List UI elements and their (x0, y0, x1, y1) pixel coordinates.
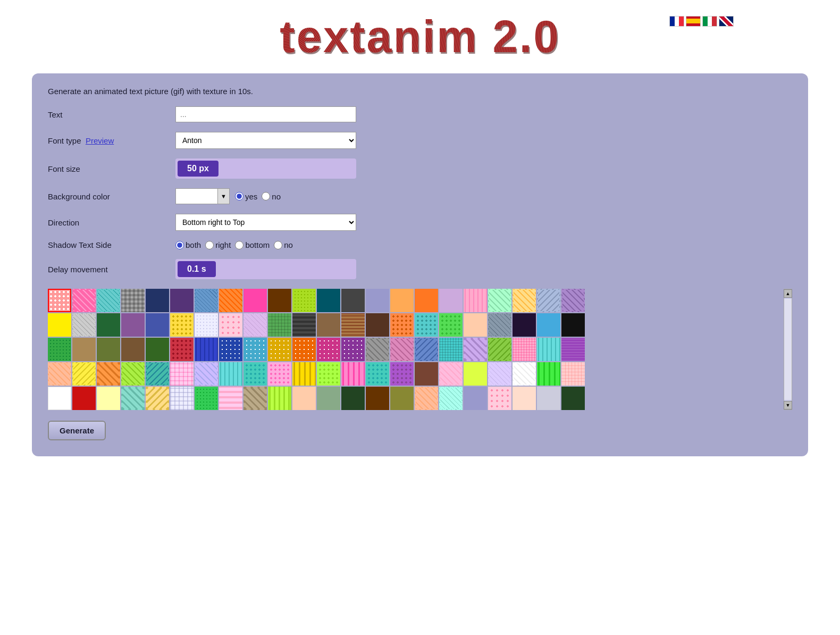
texture-swatch[interactable] (48, 338, 71, 361)
texture-swatch[interactable] (317, 338, 340, 361)
texture-swatch[interactable] (439, 289, 463, 312)
texture-swatch[interactable] (268, 338, 291, 361)
texture-swatch[interactable] (561, 313, 585, 337)
texture-swatch[interactable] (488, 362, 511, 386)
shadow-both[interactable]: both (175, 240, 201, 249)
texture-swatch[interactable] (243, 338, 267, 361)
texture-swatch[interactable] (146, 387, 169, 410)
shadow-no-radio[interactable] (274, 241, 282, 249)
bg-yes-label[interactable]: yes (235, 192, 257, 201)
texture-swatch[interactable] (464, 289, 487, 312)
texture-swatch[interactable] (243, 313, 267, 337)
font-select[interactable]: Anton Arial Times New Roman Courier New … (175, 132, 356, 149)
texture-swatch[interactable] (415, 362, 438, 386)
text-input[interactable] (175, 106, 356, 122)
texture-swatch[interactable] (72, 387, 96, 410)
texture-swatch[interactable] (72, 362, 96, 386)
texture-swatch[interactable] (390, 387, 414, 410)
texture-swatch[interactable] (561, 387, 585, 410)
flag-english[interactable] (719, 16, 734, 27)
texture-swatch[interactable] (170, 313, 194, 337)
texture-swatch[interactable] (219, 338, 242, 361)
texture-swatch[interactable] (292, 387, 316, 410)
texture-swatch[interactable] (488, 289, 511, 312)
texture-swatch[interactable] (439, 362, 463, 386)
texture-swatch[interactable] (390, 362, 414, 386)
shadow-right[interactable]: right (205, 240, 231, 249)
texture-swatch[interactable] (317, 289, 340, 312)
shadow-right-radio[interactable] (205, 241, 214, 249)
texture-swatch[interactable] (366, 289, 389, 312)
texture-swatch[interactable] (415, 313, 438, 337)
texture-swatch[interactable] (219, 313, 242, 337)
texture-swatch[interactable] (170, 289, 194, 312)
texture-swatch[interactable] (121, 313, 145, 337)
texture-swatch[interactable] (97, 387, 120, 410)
texture-swatch[interactable] (537, 387, 560, 410)
texture-swatch[interactable] (464, 362, 487, 386)
texture-swatch[interactable] (464, 338, 487, 361)
texture-swatch[interactable] (48, 313, 71, 337)
texture-swatch[interactable] (513, 362, 536, 386)
texture-swatch[interactable] (341, 387, 365, 410)
texture-swatch[interactable] (317, 387, 340, 410)
texture-swatch[interactable] (170, 338, 194, 361)
texture-swatch[interactable] (219, 289, 242, 312)
texture-swatch[interactable] (170, 387, 194, 410)
bg-no-label[interactable]: no (262, 192, 281, 201)
texture-swatch[interactable] (121, 387, 145, 410)
texture-swatch[interactable] (537, 338, 560, 361)
texture-swatch[interactable] (464, 387, 487, 410)
color-swatch[interactable] (175, 188, 218, 204)
texture-swatch[interactable] (366, 362, 389, 386)
texture-swatch[interactable] (268, 289, 291, 312)
color-dropdown-btn[interactable]: ▼ (218, 188, 230, 204)
texture-swatch[interactable] (341, 338, 365, 361)
texture-swatch[interactable] (561, 338, 585, 361)
texture-swatch[interactable] (48, 387, 71, 410)
texture-swatch[interactable] (243, 289, 267, 312)
texture-swatch[interactable] (390, 338, 414, 361)
texture-swatch[interactable] (513, 338, 536, 361)
texture-swatch[interactable] (146, 289, 169, 312)
texture-swatch[interactable] (513, 387, 536, 410)
shadow-both-radio[interactable] (175, 241, 184, 249)
texture-swatch[interactable] (97, 338, 120, 361)
texture-swatch[interactable] (366, 387, 389, 410)
texture-swatch[interactable] (292, 338, 316, 361)
texture-swatch[interactable] (268, 387, 291, 410)
texture-swatch[interactable] (72, 289, 96, 312)
texture-swatch[interactable] (341, 313, 365, 337)
texture-swatch[interactable] (341, 362, 365, 386)
texture-swatch[interactable] (268, 362, 291, 386)
texture-swatch[interactable] (488, 387, 511, 410)
texture-swatch[interactable] (146, 362, 169, 386)
direction-select[interactable]: Bottom right to Top Left to Right Right … (175, 214, 356, 231)
texture-swatch[interactable] (317, 362, 340, 386)
texture-swatch[interactable] (439, 313, 463, 337)
texture-swatch[interactable] (292, 289, 316, 312)
texture-swatch[interactable] (513, 289, 536, 312)
texture-swatch[interactable] (219, 387, 242, 410)
texture-swatch[interactable] (170, 362, 194, 386)
texture-swatch[interactable] (195, 338, 218, 361)
texture-swatch[interactable] (48, 289, 71, 312)
bg-no-radio[interactable] (262, 192, 270, 200)
texture-swatch[interactable] (121, 338, 145, 361)
texture-swatch[interactable] (97, 362, 120, 386)
texture-swatch[interactable] (488, 338, 511, 361)
texture-swatch[interactable] (390, 289, 414, 312)
texture-swatch[interactable] (121, 289, 145, 312)
texture-swatch[interactable] (268, 313, 291, 337)
font-size-value[interactable]: 50 px (178, 161, 219, 177)
scroll-up-btn[interactable]: ▲ (784, 289, 792, 298)
texture-swatch[interactable] (390, 313, 414, 337)
texture-swatch[interactable] (292, 313, 316, 337)
texture-swatch[interactable] (415, 289, 438, 312)
texture-swatch[interactable] (195, 362, 218, 386)
texture-swatch[interactable] (464, 313, 487, 337)
flag-italian[interactable] (702, 16, 717, 27)
shadow-bottom-radio[interactable] (235, 241, 243, 249)
texture-swatch[interactable] (488, 313, 511, 337)
texture-swatch[interactable] (439, 338, 463, 361)
